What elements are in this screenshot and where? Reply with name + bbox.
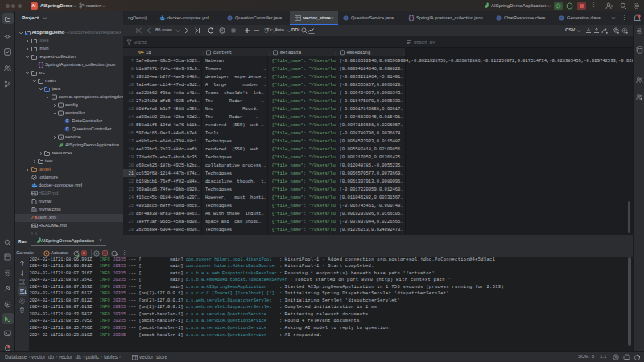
svg-text:C: C xyxy=(66,126,69,131)
svg-text:C: C xyxy=(66,118,69,123)
